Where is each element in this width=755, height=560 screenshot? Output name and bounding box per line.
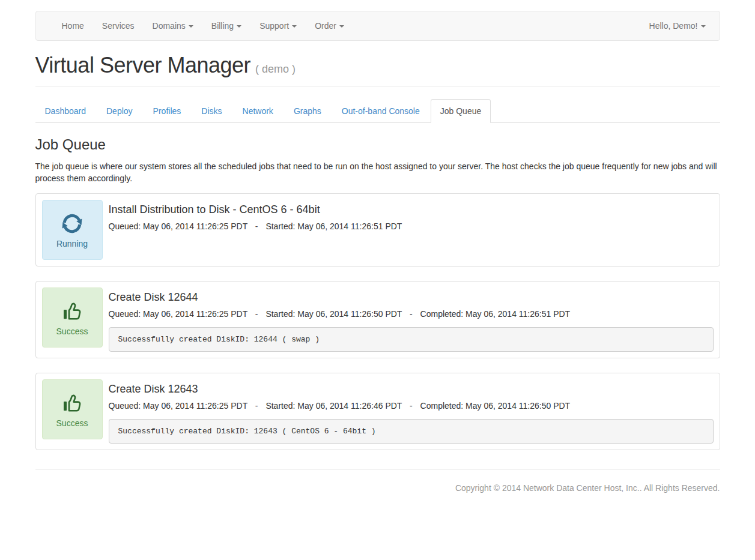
job-title: Create Disk 12643 xyxy=(109,383,714,396)
meta-separator: - xyxy=(255,309,258,319)
page-title: Virtual Server Manager xyxy=(35,53,251,77)
completed-value: May 06, 2014 11:26:50 PDT xyxy=(465,401,570,411)
started-value: May 06, 2014 11:26:46 PDT xyxy=(297,401,402,411)
started-label: Started: xyxy=(265,401,295,411)
status-badge: Running xyxy=(42,200,103,260)
completed-label: Completed: xyxy=(420,401,464,411)
job-body: Create Disk 12643 Queued: May 06, 2014 1… xyxy=(109,379,714,444)
tab-job-queue[interactable]: Job Queue xyxy=(431,99,491,123)
tab-disks[interactable]: Disks xyxy=(192,99,231,123)
nav-item-label: Support xyxy=(259,21,289,31)
started-value: May 06, 2014 11:26:50 PDT xyxy=(297,309,402,319)
nav-item-label: Domains xyxy=(153,21,186,31)
status-label: Success xyxy=(56,418,88,428)
refresh-icon xyxy=(59,211,85,237)
job-card: Running Install Distribution to Disk - C… xyxy=(35,193,720,266)
queued-label: Queued: xyxy=(109,401,141,411)
nav-item-order[interactable]: Order xyxy=(306,11,353,40)
page-subtitle: ( demo ) xyxy=(255,63,296,75)
job-title: Install Distribution to Disk - CentOS 6 … xyxy=(109,203,714,216)
caret-down-icon xyxy=(292,25,297,28)
job-output: Successfully created DiskID: 12644 ( swa… xyxy=(109,327,714,352)
started-label: Started: xyxy=(265,221,295,231)
status-label: Success xyxy=(56,327,88,336)
navbar: Home Services Domains Billing Support Or… xyxy=(35,11,720,41)
tab-network[interactable]: Network xyxy=(233,99,283,123)
nav-item-domains[interactable]: Domains xyxy=(144,11,202,40)
tab-graphs[interactable]: Graphs xyxy=(284,99,331,123)
job-meta: Queued: May 06, 2014 11:26:25 PDT - Star… xyxy=(109,221,714,231)
thumbs-up-icon xyxy=(59,390,85,417)
footer-divider xyxy=(35,469,720,470)
queued-value: May 06, 2014 11:26:25 PDT xyxy=(143,401,247,411)
section-title: Job Queue xyxy=(35,136,720,153)
tab-bar: Dashboard Deploy Profiles Disks Network … xyxy=(35,99,720,123)
tab-profiles[interactable]: Profiles xyxy=(144,99,191,123)
navbar-right: Hello, Demo! xyxy=(640,11,715,40)
page-header: Virtual Server Manager( demo ) xyxy=(35,53,720,87)
caret-down-icon xyxy=(339,25,344,28)
meta-separator: - xyxy=(410,309,413,319)
meta-separator: - xyxy=(255,221,258,231)
queued-value: May 06, 2014 11:26:25 PDT xyxy=(143,221,247,231)
nav-item-label: Billing xyxy=(211,21,234,31)
thumbs-up-icon xyxy=(59,298,85,325)
job-meta: Queued: May 06, 2014 11:26:25 PDT - Star… xyxy=(109,401,714,411)
nav-item-label: Home xyxy=(62,21,84,31)
caret-down-icon xyxy=(189,25,193,28)
caret-down-icon xyxy=(237,25,241,28)
nav-item-support[interactable]: Support xyxy=(250,11,306,40)
nav-item-billing[interactable]: Billing xyxy=(202,11,250,40)
meta-separator: - xyxy=(410,401,413,411)
job-output: Successfully created DiskID: 12643 ( Cen… xyxy=(109,419,714,444)
completed-value: May 06, 2014 11:26:51 PDT xyxy=(465,309,570,319)
nav-item-home[interactable]: Home xyxy=(53,11,93,40)
job-body: Create Disk 12644 Queued: May 06, 2014 1… xyxy=(109,288,714,352)
tab-dashboard[interactable]: Dashboard xyxy=(35,99,96,123)
completed-label: Completed: xyxy=(420,309,464,319)
status-badge: Success xyxy=(42,288,103,348)
nav-item-services[interactable]: Services xyxy=(93,11,144,40)
user-menu[interactable]: Hello, Demo! xyxy=(640,11,715,40)
section-description: The job queue is where our system stores… xyxy=(35,160,720,185)
nav-item-label: Order xyxy=(315,21,336,31)
started-value: May 06, 2014 11:26:51 PDT xyxy=(297,221,402,231)
meta-separator: - xyxy=(255,401,258,411)
user-menu-label: Hello, Demo! xyxy=(649,21,698,31)
tab-deploy[interactable]: Deploy xyxy=(97,99,142,123)
job-meta: Queued: May 06, 2014 11:26:25 PDT - Star… xyxy=(109,309,714,319)
page-container: Home Services Domains Billing Support Or… xyxy=(35,11,720,547)
queued-label: Queued: xyxy=(109,221,141,231)
caret-down-icon xyxy=(701,25,706,28)
tab-out-of-band-console[interactable]: Out-of-band Console xyxy=(332,99,429,123)
job-title: Create Disk 12644 xyxy=(109,291,714,304)
status-badge: Success xyxy=(42,379,103,439)
navbar-left: Home Services Domains Billing Support Or… xyxy=(53,11,354,40)
job-card: Success Create Disk 12643 Queued: May 06… xyxy=(35,373,720,450)
queued-label: Queued: xyxy=(109,309,141,319)
started-label: Started: xyxy=(265,309,295,319)
job-card: Success Create Disk 12644 Queued: May 06… xyxy=(35,281,720,358)
nav-item-label: Services xyxy=(102,21,135,31)
queued-value: May 06, 2014 11:26:25 PDT xyxy=(143,309,247,319)
copyright: Copyright © 2014 Network Data Center Hos… xyxy=(35,483,720,547)
job-body: Install Distribution to Disk - CentOS 6 … xyxy=(109,200,714,231)
status-label: Running xyxy=(56,239,88,248)
